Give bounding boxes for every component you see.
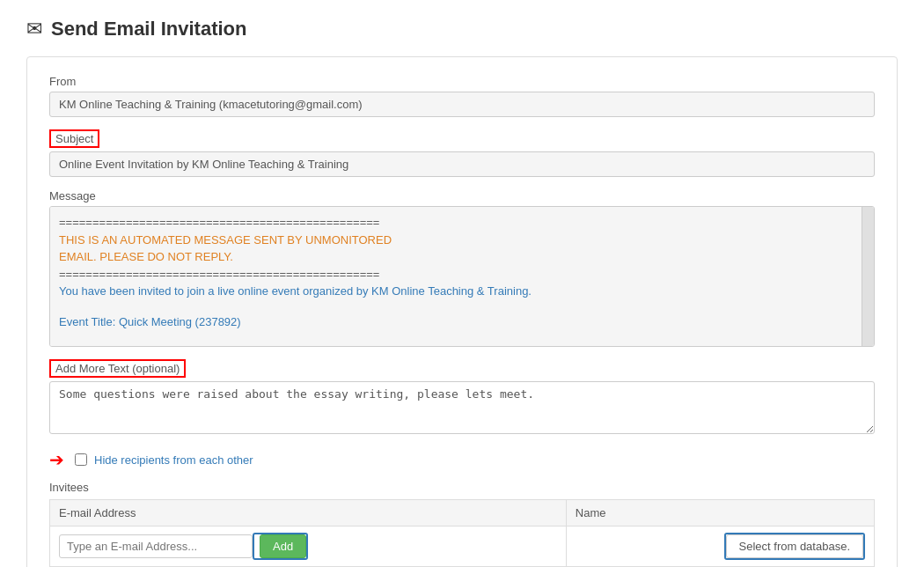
select-db-container: Select from database. — [724, 533, 865, 560]
invitees-action-row: Add — [59, 533, 557, 560]
message-content: ========================================… — [49, 206, 875, 347]
add-more-group: Add More Text (optional) Some questions … — [49, 359, 875, 437]
hide-recipients-row: ➔ Hide recipients from each other — [49, 449, 875, 470]
add-more-label: Add More Text (optional) — [49, 359, 186, 378]
table-input-row: Add Select from database. — [50, 526, 875, 567]
arrow-icon: ➔ — [49, 449, 64, 470]
form-container: From Subject Message ===================… — [26, 56, 898, 567]
from-label: From — [49, 75, 875, 88]
msg-line-2: THIS IS AN AUTOMATED MESSAGE SENT BY UNM… — [59, 232, 865, 249]
msg-line-1: ========================================… — [59, 214, 865, 232]
invitees-table: E-mail Address Name Add — [49, 499, 875, 567]
page-title: Send Email Invitation — [51, 18, 246, 40]
page-wrapper: ✉ Send Email Invitation From Subject Mes… — [0, 0, 924, 567]
email-address-input[interactable] — [59, 534, 253, 558]
scrollbar[interactable] — [862, 207, 874, 346]
table-header-row: E-mail Address Name — [50, 500, 875, 526]
message-group: Message ================================… — [49, 189, 875, 347]
add-more-textarea[interactable]: Some questions were raised about the ess… — [49, 381, 875, 434]
invitees-section: Invitees E-mail Address Name — [49, 481, 875, 567]
hide-recipients-checkbox[interactable] — [75, 453, 87, 466]
add-button[interactable]: Add — [260, 534, 306, 558]
email-input-cell: Add — [50, 526, 567, 567]
email-icon: ✉ — [26, 18, 42, 40]
msg-line-3: EMAIL. PLEASE DO NOT REPLY. — [59, 248, 865, 266]
add-button-container: Add — [253, 533, 308, 560]
from-input — [49, 92, 875, 117]
msg-line-5: You have been invited to join a live onl… — [59, 283, 865, 300]
message-label: Message — [49, 189, 875, 202]
subject-input[interactable] — [49, 151, 875, 177]
subject-group: Subject — [49, 129, 875, 177]
select-db-cell: Select from database. — [566, 526, 874, 567]
invitees-title: Invitees — [49, 481, 875, 494]
subject-label: Subject — [49, 129, 99, 148]
msg-line-7: The event starts on 22 February 2018 at … — [59, 343, 865, 347]
msg-line-4: ========================================… — [59, 266, 865, 284]
hide-recipients-label: Hide recipients from each other — [94, 453, 253, 467]
msg-line-6: Event Title: Quick Meeting (237892) — [59, 313, 865, 331]
select-from-database-button[interactable]: Select from database. — [726, 534, 863, 558]
email-col-header: E-mail Address — [50, 500, 567, 526]
from-group: From — [49, 75, 875, 117]
page-title-row: ✉ Send Email Invitation — [26, 18, 898, 40]
name-col-header: Name — [566, 500, 874, 526]
